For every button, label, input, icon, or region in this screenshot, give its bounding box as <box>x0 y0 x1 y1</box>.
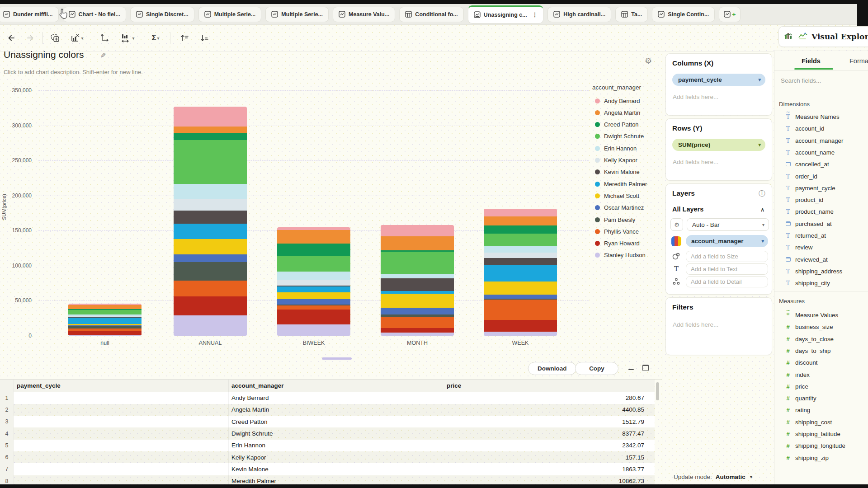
field-returned-at[interactable]: Treturned_at <box>774 230 868 241</box>
search-fields-input[interactable] <box>780 75 865 87</box>
tab-fields[interactable]: Fields <box>802 57 821 65</box>
legend-item-michael-scott[interactable]: Michael Scott <box>595 191 639 201</box>
bar-segment-ryan-howard[interactable] <box>277 310 350 324</box>
chart-title[interactable]: Unassigning colors <box>4 49 84 60</box>
bar-segment-andy-bernard[interactable] <box>277 227 350 230</box>
column-header-price[interactable]: price <box>447 380 461 392</box>
rows-field-pill[interactable]: SUM(price) <box>672 139 765 151</box>
field-shipping-cost[interactable]: #shipping_cost <box>774 417 868 427</box>
bar-segment-andy-bernard[interactable] <box>174 107 247 127</box>
new-chart-tab-button[interactable] <box>719 7 741 22</box>
field-shipping-zip[interactable]: #shipping_zip <box>774 453 868 463</box>
stacked-bar-month[interactable] <box>381 225 454 336</box>
sort-ascending-icon[interactable] <box>177 30 192 46</box>
bar-segment-pam-beesly[interactable] <box>174 262 247 281</box>
detail-field-input[interactable]: Add a field to Detail <box>686 276 768 287</box>
legend-item-erin-hannon[interactable]: Erin Hannon <box>595 143 637 153</box>
bar-segment-angela-martin[interactable] <box>174 127 247 133</box>
bar-segment-stanley-hudson[interactable] <box>68 335 142 336</box>
table-row[interactable]: 7Kevin Malone1863.77 <box>0 463 655 475</box>
bar-segment-dwight-schrute[interactable] <box>277 256 350 272</box>
field-purchased-at[interactable]: purchased_at <box>774 219 868 229</box>
bar-segment-oscar-martinez[interactable] <box>174 254 247 262</box>
histogram-orientation-icon[interactable] <box>117 30 138 46</box>
tab-single-discret[interactable]: Single Discret... <box>130 7 194 22</box>
tab-unassigning-c[interactable]: Unassigning c... <box>468 5 543 23</box>
field-quantity[interactable]: #quantity <box>774 393 868 404</box>
field-index[interactable]: #index <box>774 370 868 380</box>
bar-segment-creed-patton[interactable] <box>174 133 247 141</box>
field-payment-cycle[interactable]: Tpayment_cycle <box>774 183 868 193</box>
field-days-to-close[interactable]: #days_to_close <box>774 334 868 344</box>
field-price[interactable]: #price <box>774 381 868 392</box>
bar-segment-dwight-schrute[interactable] <box>68 310 142 314</box>
tab-chart-no-fiel[interactable]: Chart - No fiel... <box>63 7 126 22</box>
field-days-to-ship[interactable]: #days_to_ship <box>774 346 868 356</box>
legend-item-ryan-howard[interactable]: Ryan Howard <box>595 239 640 249</box>
table-row[interactable]: 5Erin Hannon2342.07 <box>0 440 655 451</box>
bar-segment-dwight-schrute[interactable] <box>484 234 557 246</box>
field-account-name[interactable]: Taccount_name <box>774 147 868 158</box>
table-row[interactable]: 3Creed Patton1512.79 <box>0 416 655 427</box>
chevron-down-icon[interactable] <box>750 474 753 480</box>
chart-description-placeholder[interactable]: Click to add chart description. Shift-en… <box>4 69 143 75</box>
bar-segment-stanley-hudson[interactable] <box>277 324 350 336</box>
field-rating[interactable]: #rating <box>774 405 868 415</box>
bar-segment-angela-martin[interactable] <box>68 305 142 309</box>
columns-add-fields-placeholder[interactable]: Add fields here... <box>673 94 718 100</box>
layer-settings-gear-icon[interactable] <box>670 218 683 231</box>
bar-segment-stanley-hudson[interactable] <box>381 333 454 336</box>
columns-field-pill[interactable]: payment_cycle <box>672 74 765 86</box>
bar-segment-phyllis-vance[interactable] <box>484 300 557 320</box>
download-button[interactable]: Download <box>528 362 576 375</box>
field-account-id[interactable]: Taccount_id <box>774 123 868 134</box>
field-review[interactable]: Treview <box>774 242 868 253</box>
stacked-bar-week[interactable] <box>484 209 557 336</box>
field-business-size[interactable]: #business_size <box>774 322 868 332</box>
size-field-input[interactable]: Add a field to Size <box>686 251 768 262</box>
tab-multiple-serie[interactable]: Multiple Serie... <box>265 7 329 22</box>
bar-segment-dwight-schrute[interactable] <box>381 252 454 274</box>
bar-segment-ryan-howard[interactable] <box>68 331 142 335</box>
table-row[interactable]: 2Angela Martin4400.85 <box>0 404 655 416</box>
field-cancelled-at[interactable]: cancelled_at <box>774 159 868 169</box>
legend-item-phyllis-vance[interactable]: Phyllis Vance <box>595 226 639 236</box>
bar-segment-kevin-malone[interactable] <box>484 258 557 265</box>
legend-item-kevin-malone[interactable]: Kevin Malone <box>595 167 640 177</box>
field-measure-names[interactable]: ~TMeasure Names <box>774 112 868 122</box>
bar-segment-stanley-hudson[interactable] <box>174 315 247 336</box>
tab-single-contin[interactable]: Single Contin... <box>652 7 715 22</box>
bar-segment-phyllis-vance[interactable] <box>277 305 350 309</box>
stacked-bar-biweek[interactable] <box>277 227 350 336</box>
bar-segment-phyllis-vance[interactable] <box>381 317 454 328</box>
legend-item-pam-beesly[interactable]: Pam Beesly <box>595 215 635 225</box>
filters-add-fields-placeholder[interactable]: Add fields here... <box>673 321 718 328</box>
bar-segment-ryan-howard[interactable] <box>484 320 557 332</box>
horizontal-scrollbar-thumb[interactable] <box>322 357 352 360</box>
bar-segment-michael-scott[interactable] <box>277 292 350 299</box>
bar-segment-angela-martin[interactable] <box>277 230 350 244</box>
field-order-id[interactable]: Torder_id <box>774 171 868 182</box>
bar-segment-kevin-malone[interactable] <box>174 211 247 224</box>
forward-icon[interactable] <box>23 30 38 46</box>
bar-segment-angela-martin[interactable] <box>381 236 454 250</box>
bar-segment-kelly-kapoor[interactable] <box>484 253 557 258</box>
legend-item-kelly-kapoor[interactable]: Kelly Kapoor <box>595 155 637 165</box>
info-icon[interactable] <box>759 189 765 198</box>
table-row[interactable]: 4Dwight Schrute8377.47 <box>0 427 655 439</box>
update-mode-value[interactable]: Automatic <box>716 474 745 480</box>
bar-segment-andy-bernard[interactable] <box>484 209 557 217</box>
remove-fields-icon[interactable] <box>66 30 87 46</box>
swap-axes-icon[interactable] <box>97 30 112 46</box>
legend-item-dwight-schrute[interactable]: Dwight Schrute <box>595 131 644 141</box>
tab-multiple-serie[interactable]: Multiple Serie... <box>198 7 262 22</box>
bar-segment-oscar-martinez[interactable] <box>277 299 350 305</box>
legend-item-creed-patton[interactable]: Creed Patton <box>595 120 639 130</box>
sort-descending-icon[interactable] <box>197 30 212 46</box>
copy-button[interactable]: Copy <box>575 362 618 375</box>
minimize-icon[interactable] <box>627 366 635 373</box>
bar-segment-erin-hannon[interactable] <box>381 274 454 278</box>
bar-segment-michael-scott[interactable] <box>174 239 247 255</box>
bar-segment-kelly-kapoor[interactable] <box>174 199 247 210</box>
legend-item-angela-martin[interactable]: Angela Martin <box>595 108 640 117</box>
